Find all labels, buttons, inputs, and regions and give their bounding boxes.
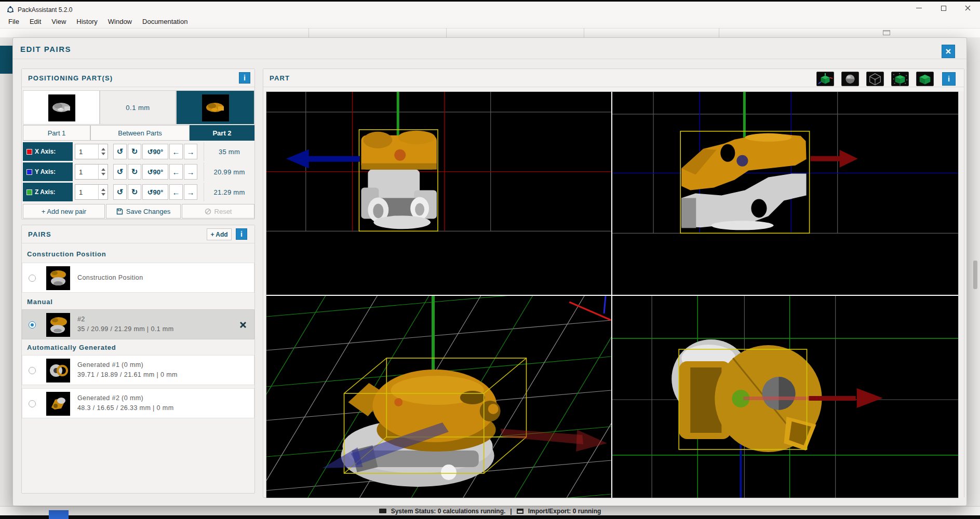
z-rotate-90-button[interactable]: ↺90° [142,184,168,200]
pair-row-construction[interactable]: Construction Position [22,263,254,293]
tab-between-parts[interactable]: Between Parts [90,125,190,141]
menu-window[interactable]: Window [103,16,137,28]
maximize-button[interactable] [931,2,956,15]
dialog-close-button[interactable] [942,45,955,58]
save-changes-button[interactable]: Save Changes [106,204,181,218]
app-logo-icon [7,6,14,13]
z-move-left-button[interactable]: ← [169,184,183,200]
x-rotate-cw-button[interactable]: ↻ [128,144,141,159]
z-axis-input[interactable] [75,185,98,199]
pair-row-manual-2[interactable]: #2 35 / 20.99 / 21.29 mm | 0.1 mm [22,309,254,339]
y-rotate-cw-button[interactable]: ↻ [128,164,141,180]
toolbar-divider [584,28,584,37]
y-axis-input-wrap [75,164,108,180]
view-cube-solid-button[interactable] [916,72,934,86]
reset-button[interactable]: Reset [182,204,254,218]
system-status-text: System Status: 0 calculations running. [391,508,506,515]
menu-documentation[interactable]: Documentation [137,16,193,28]
positioning-header: POSITIONING PART(S) i [22,69,254,87]
x-move-left-button[interactable]: ← [169,144,183,159]
x-axis-label: X Axis: [23,142,73,161]
view-wireframe-button[interactable] [866,72,884,86]
wireframe-cube-icon [867,72,883,86]
viewport-front-scene [266,92,611,295]
pairs-title: PAIRS [28,230,51,238]
pair-radio[interactable] [29,275,36,282]
positioning-info-button[interactable]: i [239,72,250,84]
x-axis-spinner[interactable] [98,144,108,159]
y-axis-row: Y Axis: ↺ ↻ ↺90° ← → 20.99 mm [23,162,254,181]
window-right-edge [967,37,980,506]
sidebar-fragment [0,46,12,74]
close-icon [965,5,971,11]
reset-label: Reset [214,208,232,215]
viewport-perspective[interactable] [266,296,611,498]
cube-textured-icon [892,72,908,86]
minimize-button[interactable] [907,2,931,15]
taskbar-item[interactable] [49,510,69,519]
pairs-add-button[interactable]: + Add [207,228,232,240]
part-info-button[interactable]: i [942,72,956,86]
z-axis-spinner[interactable] [98,185,108,199]
viewport-top[interactable] [612,296,959,498]
scrollbar-thumb[interactable] [973,261,977,289]
z-axis-input-wrap [75,184,108,200]
menu-view[interactable]: View [46,16,71,28]
pair-subtitle: 48.3 / 16.65 / 26.33 mm | 0 mm [77,404,173,412]
pair-subtitle: 39.71 / 18.89 / 21.61 mm | 0 mm [77,371,178,378]
minimize-icon [916,8,922,8]
tab-part-1[interactable]: Part 1 [23,125,90,141]
part1-thumbnail-cell[interactable] [23,90,100,125]
z-move-right-button[interactable]: → [184,184,197,200]
x-move-right-button[interactable]: → [184,144,197,159]
close-button[interactable] [956,2,980,15]
y-axis-input[interactable] [75,165,98,179]
part-panel: PART [263,69,964,498]
y-move-right-button[interactable]: → [184,164,197,180]
y-axis-label-text: Y Axis: [35,168,56,175]
y-move-left-button[interactable]: ← [169,164,183,180]
pair-thumbnail [46,392,70,416]
x-rotate-ccw-button[interactable]: ↺ [113,144,127,159]
between-parts-distance: 0.1 mm [100,90,176,125]
pair-title: Generated #1 (0 mm) [77,361,143,368]
pair-radio-selected[interactable] [29,321,36,329]
view-orientation-button[interactable] [816,72,834,86]
reset-icon [205,208,211,215]
background-toolbar [0,28,980,37]
spinner-down-icon [101,153,105,155]
y-rotate-90-button[interactable]: ↺90° [142,164,168,180]
view-cube-textured-button[interactable] [891,72,909,86]
part-title: PART [270,74,290,82]
viewport-front[interactable] [266,92,611,295]
view-shaded-part-button[interactable] [841,72,859,86]
window-controls [907,2,980,15]
part2-thumbnail [202,94,229,121]
add-new-pair-button[interactable]: + Add new pair [23,204,105,218]
pair-title: #2 [77,316,85,323]
z-rotate-cw-button[interactable]: ↻ [128,184,141,200]
viewport-top-scene [612,296,959,498]
menu-file[interactable]: File [3,16,24,28]
menubar: File Edit View History Window Documentat… [0,15,980,28]
pair-radio[interactable] [29,367,36,374]
viewport-side[interactable] [612,92,959,295]
pairs-info-button[interactable]: i [236,228,247,240]
pair-row-generated-1[interactable]: Generated #1 (0 mm) 39.71 / 18.89 / 21.6… [22,355,254,385]
menu-edit[interactable]: Edit [24,16,46,28]
pair-row-generated-2[interactable]: Generated #2 (0 mm) 48.3 / 16.65 / 26.33… [22,388,254,418]
positioning-parts-panel: POSITIONING PART(S) i 0.1 mm [21,69,255,220]
toolbar-divider [446,28,447,37]
part2-thumbnail-cell[interactable] [176,90,254,125]
tab-part-2[interactable]: Part 2 [190,125,254,141]
dialog-title: EDIT PAIRS [20,45,71,53]
y-rotate-ccw-button[interactable]: ↺ [113,164,127,180]
menu-history[interactable]: History [71,16,102,28]
x-axis-input[interactable] [75,144,98,159]
pair-radio[interactable] [29,400,36,407]
x-rotate-90-button[interactable]: ↺90° [142,144,168,159]
y-axis-spinner[interactable] [98,165,108,179]
pair-delete-button[interactable] [238,320,248,330]
z-rotate-ccw-button[interactable]: ↺ [113,184,127,200]
viewport-scrollbar[interactable] [958,91,964,498]
